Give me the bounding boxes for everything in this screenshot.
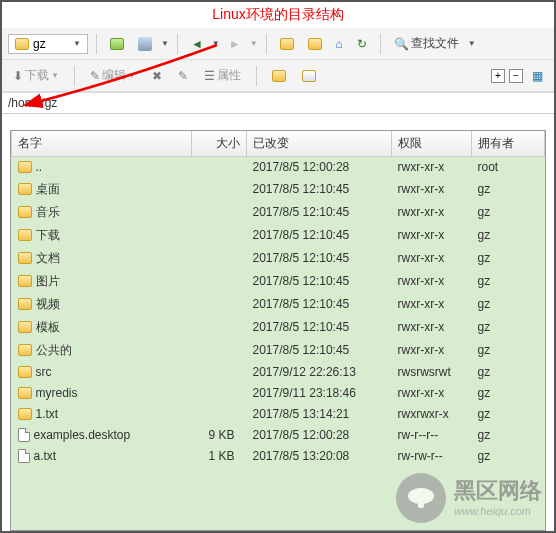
open-folder-button[interactable] (105, 35, 129, 53)
file-owner: gz (472, 339, 545, 362)
file-name: 桌面 (36, 181, 60, 198)
col-rights[interactable]: 权限 (392, 131, 472, 157)
col-changed[interactable]: 已改变 (247, 131, 392, 157)
table-row[interactable]: 文档2017/8/5 12:10:45rwxr-xr-xgz (12, 247, 545, 270)
folder-green-button[interactable] (303, 35, 327, 53)
file-size (192, 157, 247, 178)
new-folder-button[interactable] (267, 67, 291, 85)
folder-icon (18, 275, 32, 287)
folder-yellow-button[interactable] (275, 35, 299, 53)
file-name: 模板 (36, 319, 60, 336)
refresh-button[interactable]: ↻ (352, 34, 372, 54)
table-row[interactable]: 下载2017/8/5 12:10:45rwxr-xr-xgz (12, 224, 545, 247)
folder-icon (18, 408, 32, 420)
table-row[interactable]: 公共的2017/8/5 12:10:45rwxr-xr-xgz (12, 339, 545, 362)
file-size (192, 316, 247, 339)
file-changed: 2017/8/5 12:00:28 (247, 157, 392, 178)
file-changed: 2017/8/5 12:10:45 (247, 270, 392, 293)
parent-folder-icon (18, 161, 32, 173)
table-row[interactable]: ..2017/8/5 12:00:28rwxr-xr-xroot (12, 157, 545, 178)
folder-icon (18, 366, 32, 378)
delete-icon: ✖ (152, 69, 162, 83)
table-row[interactable]: src2017/9/12 22:26:13rwsrwsrwtgz (12, 362, 545, 383)
properties-button[interactable]: ☰ 属性 (199, 64, 246, 87)
view-button[interactable]: ▦ (527, 66, 548, 86)
file-size (192, 224, 247, 247)
collapse-button[interactable]: − (509, 69, 523, 83)
folder-icon (280, 38, 294, 50)
table-row[interactable]: myredis2017/9/11 23:18:46rwxr-xr-xgz (12, 383, 545, 404)
properties-label: 属性 (217, 67, 241, 84)
file-name: src (36, 365, 52, 379)
chevron-down-icon[interactable]: ▼ (212, 39, 220, 48)
file-changed: 2017/9/11 23:18:46 (247, 383, 392, 404)
table-row[interactable]: examples.desktop9 KB2017/8/5 12:00:28rw-… (12, 425, 545, 446)
file-changed: 2017/9/12 22:26:13 (247, 362, 392, 383)
file-rights: rwxr-xr-x (392, 157, 472, 178)
file-size: 9 KB (192, 425, 247, 446)
back-button[interactable]: ◄ (186, 34, 208, 54)
file-owner: gz (472, 446, 545, 467)
path-bar[interactable]: /home/gz (2, 92, 554, 114)
table-row[interactable]: 桌面2017/8/5 12:10:45rwxr-xr-xgz (12, 178, 545, 201)
expand-button[interactable]: + (491, 69, 505, 83)
download-button[interactable]: ⬇ 下载 ▼ (8, 64, 64, 87)
file-changed: 2017/8/5 12:10:45 (247, 224, 392, 247)
col-size[interactable]: 大小 (192, 131, 247, 157)
table-row[interactable]: 模板2017/8/5 12:10:45rwxr-xr-xgz (12, 316, 545, 339)
file-owner: gz (472, 316, 545, 339)
rename-icon: ✎ (178, 69, 188, 83)
file-name: 下载 (36, 227, 60, 244)
file-owner: gz (472, 224, 545, 247)
file-owner: gz (472, 362, 545, 383)
table-row[interactable]: 图片2017/8/5 12:10:45rwxr-xr-xgz (12, 270, 545, 293)
chevron-down-icon: ▼ (73, 39, 81, 48)
col-name[interactable]: 名字 (12, 131, 192, 157)
rename-button[interactable]: ✎ (173, 66, 193, 86)
file-name: 视频 (36, 296, 60, 313)
file-name: .. (36, 160, 43, 174)
folder-icon (18, 344, 32, 356)
file-changed: 2017/8/5 12:00:28 (247, 425, 392, 446)
folder-icon (18, 321, 32, 333)
file-owner: gz (472, 404, 545, 425)
filter-button[interactable] (133, 34, 157, 54)
table-row[interactable]: a.txt1 KB2017/8/5 13:20:08rw-rw-r--gz (12, 446, 545, 467)
home-button[interactable]: ⌂ (331, 34, 348, 54)
home-icon: ⌂ (336, 37, 343, 51)
page-title: Linux环境的目录结构 (2, 2, 554, 28)
find-files-label: 查找文件 (411, 35, 459, 52)
table-row[interactable]: 音乐2017/8/5 12:10:45rwxr-xr-xgz (12, 201, 545, 224)
col-owner[interactable]: 拥有者 (472, 131, 545, 157)
find-files-button[interactable]: 🔍 查找文件 (389, 32, 464, 55)
folder-selector[interactable]: gz ▼ (8, 34, 88, 54)
file-name: a.txt (34, 449, 57, 463)
refresh-icon: ↻ (357, 37, 367, 51)
download-label: 下载 (25, 67, 49, 84)
file-owner: gz (472, 383, 545, 404)
search-icon: 🔍 (394, 37, 409, 51)
file-size (192, 404, 247, 425)
file-rights: rwxr-xr-x (392, 247, 472, 270)
table-row[interactable]: 1.txt2017/8/5 13:14:21rwxrwxr-xgz (12, 404, 545, 425)
file-owner: gz (472, 247, 545, 270)
file-changed: 2017/8/5 12:10:45 (247, 293, 392, 316)
file-rights: rwxr-xr-x (392, 178, 472, 201)
file-owner: root (472, 157, 545, 178)
file-rights: rwxr-xr-x (392, 383, 472, 404)
forward-button[interactable]: ► (224, 34, 246, 54)
file-rights: rwxr-xr-x (392, 270, 472, 293)
file-changed: 2017/8/5 13:14:21 (247, 404, 392, 425)
table-row[interactable]: 视频2017/8/5 12:10:45rwxr-xr-xgz (12, 293, 545, 316)
chevron-down-icon[interactable]: ▼ (161, 39, 169, 48)
delete-button[interactable]: ✖ (147, 66, 167, 86)
properties-icon: ☰ (204, 69, 215, 83)
edit-icon: ✎ (90, 69, 100, 83)
new-file-button[interactable] (297, 67, 321, 85)
open-folder-icon (110, 38, 124, 50)
file-rights: rwsrwsrwt (392, 362, 472, 383)
chevron-down-icon[interactable]: ▼ (468, 39, 476, 48)
edit-button[interactable]: ✎ 编辑 ▼ (85, 64, 141, 87)
toolbar-secondary: ⬇ 下载 ▼ ✎ 编辑 ▼ ✖ ✎ ☰ 属性 + − ▦ (2, 60, 554, 92)
file-table-container[interactable]: 名字 大小 已改变 权限 拥有者 ..2017/8/5 12:00:28rwxr… (10, 130, 546, 531)
